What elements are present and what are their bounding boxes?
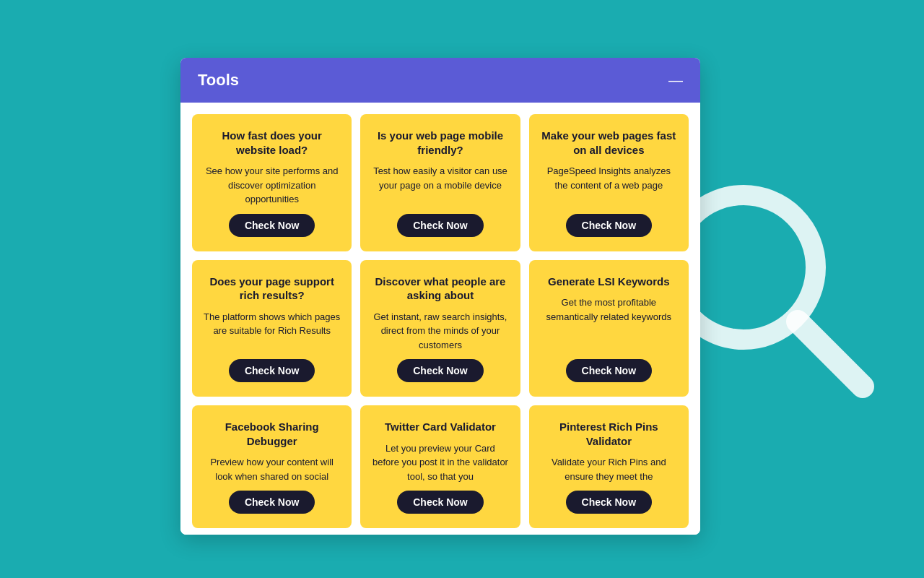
tool-card-card-people: Discover what people are asking aboutGet… — [360, 260, 520, 397]
tool-card-desc-3: The platform shows which pages are suita… — [204, 310, 340, 353]
tool-card-title-2: Make your web pages fast on all devices — [541, 129, 677, 157]
tool-card-title-4: Discover what people are asking about — [372, 275, 508, 303]
tool-card-desc-4: Get instant, raw search insights, direct… — [372, 310, 508, 353]
check-now-button-5[interactable]: Check Now — [566, 359, 652, 382]
tools-card: Tools — How fast does your website load?… — [180, 58, 700, 535]
tool-card-title-8: Pinterest Rich Pins Validator — [541, 420, 677, 448]
tool-card-card-mobile: Is your web page mobile friendly?Test ho… — [360, 114, 520, 251]
tool-card-title-1: Is your web page mobile friendly? — [372, 129, 508, 157]
tool-card-desc-8: Validate your Rich Pins and ensure they … — [541, 455, 677, 483]
tool-card-card-speed: How fast does your website load?See how … — [192, 114, 352, 251]
tool-card-card-lsi: Generate LSI KeywordsGet the most profit… — [529, 260, 689, 397]
tools-header: Tools — — [180, 58, 700, 103]
tool-card-desc-0: See how your site performs and discover … — [204, 164, 340, 207]
tool-card-title-7: Twitter Card Validator — [385, 420, 496, 434]
tool-card-desc-7: Let you preview your Card before you pos… — [372, 441, 508, 484]
tool-card-desc-5: Get the most profitable semantically rel… — [541, 296, 677, 352]
svg-line-1 — [798, 322, 863, 387]
tool-card-title-5: Generate LSI Keywords — [548, 275, 669, 289]
tool-card-desc-6: Preview how your content will look when … — [204, 455, 340, 483]
check-now-button-2[interactable]: Check Now — [566, 214, 652, 237]
tool-card-card-rich: Does your page support rich results?The … — [192, 260, 352, 397]
tools-title: Tools — [198, 71, 239, 90]
tool-card-card-pinterest: Pinterest Rich Pins ValidatorValidate yo… — [529, 405, 689, 528]
check-now-button-6[interactable]: Check Now — [229, 491, 315, 514]
check-now-button-0[interactable]: Check Now — [229, 214, 315, 237]
tools-grid: How fast does your website load?See how … — [180, 103, 700, 535]
check-now-button-4[interactable]: Check Now — [397, 359, 483, 382]
tool-card-card-facebook: Facebook Sharing DebuggerPreview how you… — [192, 405, 352, 528]
tool-card-card-twitter: Twitter Card ValidatorLet you preview yo… — [360, 405, 520, 528]
minimize-button[interactable]: — — [668, 73, 683, 87]
check-now-button-3[interactable]: Check Now — [229, 359, 315, 382]
check-now-button-1[interactable]: Check Now — [397, 214, 483, 237]
tool-card-card-pagespeed: Make your web pages fast on all devicesP… — [529, 114, 689, 251]
tool-card-title-0: How fast does your website load? — [204, 129, 340, 157]
tool-card-desc-2: PageSpeed Insights analyzes the content … — [541, 164, 677, 207]
check-now-button-8[interactable]: Check Now — [566, 491, 652, 514]
check-now-button-7[interactable]: Check Now — [397, 491, 483, 514]
tool-card-desc-1: Test how easily a visitor can use your p… — [372, 164, 508, 207]
tool-card-title-6: Facebook Sharing Debugger — [204, 420, 340, 448]
tool-card-title-3: Does your page support rich results? — [204, 275, 340, 303]
